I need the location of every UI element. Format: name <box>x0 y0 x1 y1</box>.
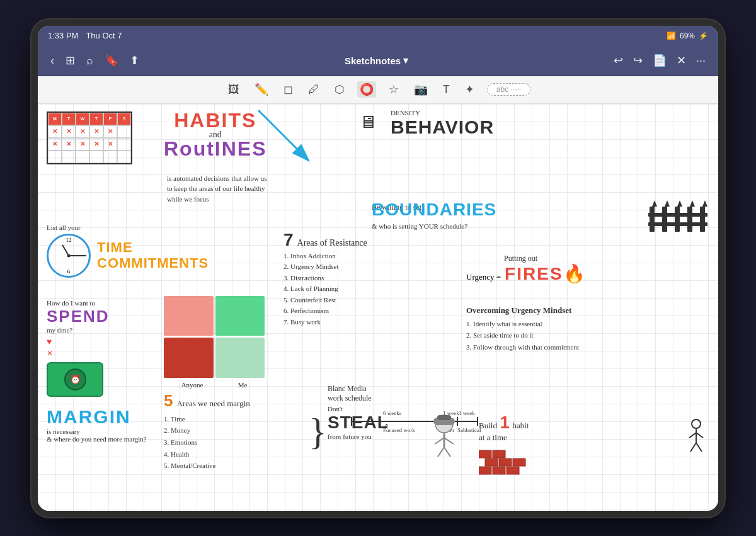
matrix-cell-1 <box>164 296 214 336</box>
svg-text:1 week: 1 week <box>459 410 475 416</box>
svg-line-48 <box>696 443 702 452</box>
ipad-device: 1:33 PM Thu Oct 7 📶 69% ⚡ ‹ ⊞ ⌕ 🔖 ⬆ Sket… <box>32 20 724 517</box>
status-time: 1:33 PM <box>48 31 78 40</box>
drawing-toolbar: 🖼 ✏️ ◻ 🖊 ⬡ ⭕ ☆ 📷 T ✦ abc ····· <box>38 76 718 104</box>
matrix-grid <box>164 296 265 378</box>
margin-areas-title: Areas we need margin <box>176 399 249 409</box>
status-bar: 1:33 PM Thu Oct 7 📶 69% ⚡ <box>38 26 718 46</box>
image-tool-button[interactable]: 🖼 <box>226 82 242 98</box>
svg-rect-38 <box>485 459 498 466</box>
chevron-down-icon: ▾ <box>403 55 408 66</box>
star-tool-button[interactable]: ☆ <box>386 81 401 98</box>
svg-text:Sabbatical: Sabbatical <box>457 427 481 433</box>
habits-title: HABITS <box>164 109 267 132</box>
svg-rect-35 <box>479 467 491 474</box>
status-left: 1:33 PM Thu Oct 7 <box>48 31 122 40</box>
photo-tool-button[interactable]: 📷 <box>411 81 430 98</box>
eraser-tool-button[interactable]: ◻ <box>281 81 295 98</box>
svg-point-43 <box>692 419 701 428</box>
more-button[interactable]: ··· <box>694 53 708 69</box>
svg-line-33 <box>438 447 444 457</box>
add-page-button[interactable]: 📄 <box>650 52 669 69</box>
matrix-cell-4 <box>215 338 265 378</box>
status-date: Thu Oct 7 <box>86 31 122 40</box>
list-item: 6. Perfectionism <box>284 305 416 317</box>
text-tool-button[interactable]: T <box>440 82 452 98</box>
close-button[interactable]: ✕ <box>674 52 689 69</box>
grid-button[interactable]: ⊞ <box>63 52 77 69</box>
svg-line-34 <box>444 447 450 457</box>
boundaries-title: BOUNDARIES <box>372 200 496 220</box>
putting-out-text: Putting out <box>504 254 587 263</box>
areas-list: 1. Inbox Addiction 2. Urgency Mindset 3.… <box>284 251 416 328</box>
highlight-tool-button[interactable]: ✦ <box>462 81 477 98</box>
marker-tool-button[interactable]: 🖊 <box>306 82 322 98</box>
money-circle: ⏰ <box>64 368 86 391</box>
fence-icon <box>646 197 709 237</box>
overcoming-section: Overcoming Urgency Mindset 1. Identify w… <box>466 305 668 353</box>
margin-question: & where do you need more margin? <box>47 435 147 443</box>
pen-tool-button[interactable]: ✏️ <box>252 81 271 98</box>
list-item: 2. Urgency Mindset <box>284 261 416 273</box>
boundaries-section: BOUNDARIES & who is setting YOUR schedul… <box>372 200 496 230</box>
build-habit-section: Build 1 habit at a time <box>479 413 655 479</box>
clock-icon: 12 6 <box>47 234 91 278</box>
matrix-label-me: Me <box>238 381 248 389</box>
svg-rect-4 <box>675 207 680 232</box>
areas-title: Areas of Resistance <box>297 238 367 248</box>
main-toolbar: ‹ ⊞ ⌕ 🔖 ⬆ Sketchnotes ▾ ↩ ↪ 📄 ✕ ··· <box>38 46 718 76</box>
search-button[interactable]: ⌕ <box>84 53 96 69</box>
overcoming-list: 1. Identify what is essential 2. Set asi… <box>466 318 668 353</box>
areas-of-resistance-section: 7 Areas of Resistance 1. Inbox Addiction… <box>284 230 416 328</box>
areas-number: 7 <box>284 230 294 250</box>
list-item: 5. Counterfeit Rest <box>284 295 416 306</box>
toolbar-left: ‹ ⊞ ⌕ 🔖 ⬆ <box>48 52 142 69</box>
brick-wall-icon <box>479 448 655 479</box>
undo-button[interactable]: ↩ <box>611 52 626 69</box>
habit-text: habit <box>512 421 529 430</box>
matrix-cell-2 <box>215 296 265 336</box>
wifi-icon: 📶 <box>667 31 676 40</box>
svg-rect-40 <box>513 459 525 466</box>
spend-title: SPEND <box>47 307 110 326</box>
canvas-content: M T W T F S ✕✕✕✕✕ ✕✕✕✕✕ HABITS and RoutI <box>38 104 718 511</box>
svg-rect-5 <box>687 207 692 232</box>
margin-number: 5 <box>164 391 173 411</box>
spend-section: How do I want to SPEND my time? ♥ ✕ <box>47 299 110 358</box>
bookmark-button[interactable]: 🔖 <box>102 52 121 69</box>
list-item: 5. Mental/Creative <box>164 460 302 472</box>
svg-marker-7 <box>652 200 657 207</box>
margin-list: 1. Time 2. Money 3. Emotions 4. Health 5… <box>164 413 302 472</box>
sketchnote-canvas[interactable]: M T W T F S ✕✕✕✕✕ ✕✕✕✕✕ HABITS and RoutI <box>38 104 718 511</box>
time-commitments-title: TIMECOMMITMENTS <box>97 240 209 270</box>
back-button[interactable]: ‹ <box>48 53 57 69</box>
behavior-subtitle: DENSITY <box>391 109 494 117</box>
share-button[interactable]: ⬆ <box>127 52 142 69</box>
svg-rect-13 <box>648 222 707 226</box>
habits-routines-section: HABITS and RoutINES <box>164 109 267 161</box>
redo-button[interactable]: ↪ <box>631 52 645 69</box>
matrix-labels: Anyone Me <box>164 381 265 389</box>
color-tool-button[interactable]: ⬡ <box>332 81 347 98</box>
stick-figure-icon <box>687 419 706 459</box>
status-right: 📶 69% ⚡ <box>667 31 708 40</box>
build-number: 1 <box>500 413 510 432</box>
svg-rect-37 <box>507 467 519 474</box>
svg-line-32 <box>444 438 454 444</box>
lasso-tool-button[interactable]: ⭕ <box>357 81 376 98</box>
list-item: 3. Follow through with that commitment <box>466 341 668 353</box>
at-a-time-text: at a time <box>479 433 655 443</box>
boundaries-sub: & who is setting YOUR schedule? <box>372 222 496 230</box>
money-icon: ⏰ <box>47 362 103 397</box>
svg-line-47 <box>690 443 696 452</box>
list-item: 7. Busy work <box>284 317 416 328</box>
battery-indicator: ⚡ <box>699 31 708 40</box>
list-item: 1. Identify what is essential <box>466 318 668 330</box>
svg-rect-39 <box>499 459 512 466</box>
svg-rect-42 <box>493 450 505 458</box>
svg-marker-8 <box>665 200 670 207</box>
svg-marker-10 <box>690 200 695 207</box>
fires-title: FIRES🔥 <box>505 263 586 284</box>
thief-icon <box>428 413 460 459</box>
behavior-section: DENSITY BEHAVIOR <box>391 109 494 138</box>
